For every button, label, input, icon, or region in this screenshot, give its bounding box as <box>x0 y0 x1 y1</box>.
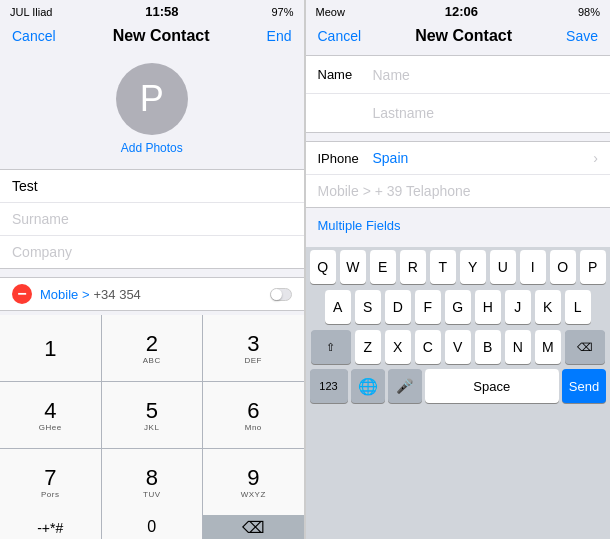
add-photo-label[interactable]: Add Photos <box>121 141 183 155</box>
key-k[interactable]: K <box>535 290 561 324</box>
key-z[interactable]: Z <box>355 330 381 364</box>
space-key[interactable]: Space <box>425 369 560 403</box>
key-m[interactable]: M <box>535 330 561 364</box>
key-h[interactable]: H <box>475 290 501 324</box>
name-fields: Test <box>0 169 304 269</box>
left-panel: JUL Iliad 11:58 97% Cancel New Contact E… <box>0 0 305 539</box>
key-p[interactable]: P <box>580 250 606 284</box>
name-input[interactable] <box>373 67 599 83</box>
dial-key-6[interactable]: 6 Mno <box>203 382 304 448</box>
key-q[interactable]: Q <box>310 250 336 284</box>
battery-right: 98% <box>578 6 600 18</box>
key-i[interactable]: I <box>520 250 546 284</box>
chevron-right-icon: › <box>593 150 598 166</box>
page-title-left: New Contact <box>113 27 210 45</box>
key-j[interactable]: J <box>505 290 531 324</box>
shift-key[interactable]: ⇧ <box>311 330 351 364</box>
end-button[interactable]: End <box>267 28 292 44</box>
phone-country-row: IPhone Spain › <box>306 142 611 175</box>
cancel-button-left[interactable]: Cancel <box>12 28 56 44</box>
phone-number-placeholder[interactable]: Mobile > + 39 Telaphone <box>318 183 471 199</box>
phone-toggle[interactable] <box>270 288 292 301</box>
battery-left: 97% <box>271 6 293 18</box>
key-l[interactable]: L <box>565 290 591 324</box>
key-y[interactable]: Y <box>460 250 486 284</box>
avatar[interactable]: P <box>116 63 188 135</box>
time-right: 12:06 <box>445 4 478 19</box>
key-g[interactable]: G <box>445 290 471 324</box>
surname-row <box>0 203 304 236</box>
send-button[interactable]: Send <box>562 369 606 403</box>
first-name-value: Test <box>12 178 38 194</box>
name-label: Name <box>318 67 373 82</box>
company-input[interactable] <box>12 244 292 260</box>
carrier-right: Meow <box>316 6 345 18</box>
key-o[interactable]: O <box>550 250 576 284</box>
phone-value-left: +34 354 <box>94 287 270 302</box>
key-u[interactable]: U <box>490 250 516 284</box>
key-x[interactable]: X <box>385 330 411 364</box>
name-form-section: Name Lastname <box>306 55 611 133</box>
dial-key-8[interactable]: 8 TUV <box>102 449 203 515</box>
dial-key-4[interactable]: 4 GHee <box>0 382 101 448</box>
dial-key-7[interactable]: 7 Pors <box>0 449 101 515</box>
key-n[interactable]: N <box>505 330 531 364</box>
globe-key[interactable]: 🌐 <box>351 369 385 403</box>
backspace-icon[interactable]: ⌫ <box>565 330 605 364</box>
lastname-form-row: Lastname <box>306 94 611 132</box>
country-selector[interactable]: Spain <box>373 150 594 166</box>
dial-key-5[interactable]: 5 JKL <box>102 382 203 448</box>
avatar-area: P Add Photos <box>0 51 304 163</box>
keyboard-row-3: ⇧ Z X C V B N M ⌫ <box>306 327 611 367</box>
keyboard-bottom-row: 123 🌐 🎤 Space Send <box>306 367 611 405</box>
company-row <box>0 236 304 268</box>
key-f[interactable]: F <box>415 290 441 324</box>
dial-key-special[interactable]: -+*# <box>0 515 101 539</box>
multiple-fields-button[interactable]: Multiple Fields <box>306 208 611 243</box>
keyboard: Q W E R T Y U I O P A S D F G H J K L ⇧ … <box>306 247 611 539</box>
iphone-label: IPhone <box>318 151 373 166</box>
keyboard-row-2: A S D F G H J K L <box>306 287 611 327</box>
dial-key-3[interactable]: 3 DEF <box>203 315 304 381</box>
dialpad: 1 2 ABC 3 DEF 4 GHee 5 JKL 6 Mno <box>0 315 304 539</box>
right-panel: Meow 12:06 98% Cancel New Contact Save N… <box>306 0 611 539</box>
phone-row-left: − Mobile > +34 354 <box>0 277 304 311</box>
save-button[interactable]: Save <box>566 28 598 44</box>
page-title-right: New Contact <box>415 27 512 45</box>
key-c[interactable]: C <box>415 330 441 364</box>
carrier-left: JUL Iliad <box>10 6 52 18</box>
nav-bar-right: Cancel New Contact Save <box>306 23 611 51</box>
phone-label-left: Mobile > <box>40 287 90 302</box>
key-e[interactable]: E <box>370 250 396 284</box>
key-w[interactable]: W <box>340 250 366 284</box>
surname-input[interactable] <box>12 211 292 227</box>
dialpad-bottom-row: -+*# 0 ⌫ <box>0 515 304 539</box>
status-bar-right: Meow 12:06 98% <box>306 0 611 23</box>
status-bar-left: JUL Iliad 11:58 97% <box>0 0 304 23</box>
key-r[interactable]: R <box>400 250 426 284</box>
nav-bar-left: Cancel New Contact End <box>0 23 304 51</box>
time-left: 11:58 <box>145 4 178 19</box>
first-name-row: Test <box>0 170 304 203</box>
phone-section-right: IPhone Spain › Mobile > + 39 Telaphone <box>306 141 611 208</box>
dial-key-9[interactable]: 9 WXYZ <box>203 449 304 515</box>
dial-delete-button[interactable]: ⌫ <box>203 515 304 539</box>
dial-key-1[interactable]: 1 <box>0 315 101 381</box>
phone-number-row: Mobile > + 39 Telaphone <box>306 175 611 207</box>
lastname-placeholder: Lastname <box>373 105 434 121</box>
key-a[interactable]: A <box>325 290 351 324</box>
mic-key[interactable]: 🎤 <box>388 369 422 403</box>
avatar-letter: P <box>140 78 164 120</box>
key-d[interactable]: D <box>385 290 411 324</box>
minus-button[interactable]: − <box>12 284 32 304</box>
key-t[interactable]: T <box>430 250 456 284</box>
key-v[interactable]: V <box>445 330 471 364</box>
number-switch-key[interactable]: 123 <box>310 369 348 403</box>
cancel-button-right[interactable]: Cancel <box>318 28 362 44</box>
key-b[interactable]: B <box>475 330 501 364</box>
keyboard-row-1: Q W E R T Y U I O P <box>306 247 611 287</box>
dialpad-grid: 1 2 ABC 3 DEF 4 GHee 5 JKL 6 Mno <box>0 315 304 515</box>
dial-key-0[interactable]: 0 <box>102 515 203 539</box>
dial-key-2[interactable]: 2 ABC <box>102 315 203 381</box>
key-s[interactable]: S <box>355 290 381 324</box>
